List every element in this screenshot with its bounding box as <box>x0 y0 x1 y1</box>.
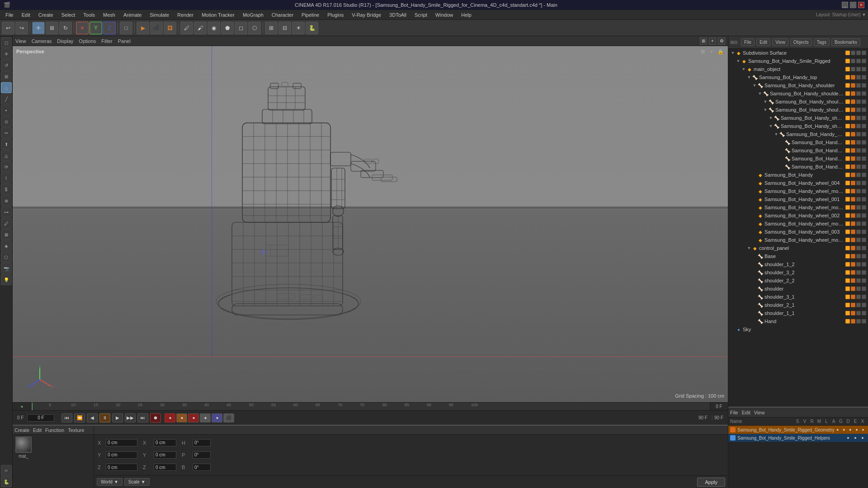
tree-arrow-main-obj[interactable]: ▼ <box>741 66 746 72</box>
scale-tool-button[interactable]: ⊞ <box>46 22 58 34</box>
menu-create[interactable]: Create <box>35 11 57 19</box>
tree-item-shoulder[interactable]: ▼ 🦴 Samsung_Bot_Handy_shoulder <box>728 81 868 89</box>
vp-menu-cameras[interactable]: Cameras <box>32 38 52 44</box>
tool-move[interactable]: ✛ <box>1 48 12 59</box>
rp-file-btn[interactable]: File <box>741 38 755 46</box>
tool-maxon[interactable]: M <box>1 465 12 476</box>
tree-item-wm004[interactable]: ▶ ◆ Samsung_Bot_Handy_wheel_mount_004 <box>728 187 868 195</box>
tree-item-sky[interactable]: ▶ ● Sky <box>728 325 868 333</box>
rp-bookmarks-btn[interactable]: Bookmarks <box>831 38 860 46</box>
render-to-po-button[interactable]: 🖼 <box>164 22 176 34</box>
menu-script[interactable]: Script <box>411 11 431 19</box>
tool-7[interactable]: ⊠ <box>1 229 12 240</box>
tool-scale[interactable]: ⊞ <box>1 71 12 82</box>
light-button[interactable]: ☀ <box>292 22 305 34</box>
menu-simulate[interactable]: Simulate <box>146 11 173 19</box>
tool-magnet[interactable]: ⊶ <box>1 206 12 217</box>
z2-input[interactable] <box>154 464 176 471</box>
tree-item-sh22-ctrl[interactable]: ▶ 🦴 shoulder_2_2 <box>728 277 868 285</box>
snap-button[interactable]: ⊞ <box>265 22 278 34</box>
goto-start-button[interactable]: ⏮ <box>61 413 72 422</box>
render-button[interactable]: ⬛ <box>150 22 163 34</box>
menu-pipeline[interactable]: Pipeline <box>298 11 323 19</box>
tree-arrow-sh-2-2[interactable]: ▼ <box>763 107 768 113</box>
tool-edge[interactable]: ╱ <box>1 94 12 104</box>
tree-item-hand-2-1[interactable]: ▶ 🦴 Samsung_Bot_Handy_hand_2_1 <box>728 138 868 146</box>
vp-menu-options[interactable]: Options <box>79 38 96 44</box>
obj-row-helpers[interactable]: Samsung_Bot_Handy_Smile_Rigged_Helpers ●… <box>728 434 868 442</box>
menu-plugins[interactable]: Plugins <box>324 11 347 19</box>
rp-objects-btn[interactable]: Objects <box>790 38 812 46</box>
close-button[interactable]: ✕ <box>858 2 864 8</box>
tree-item-top[interactable]: ▼ 🦴 Samsung_Bot_Handy_top <box>728 73 868 81</box>
tool-polygon[interactable]: △ <box>1 82 12 93</box>
tool-loop[interactable]: ⟳ <box>1 161 12 172</box>
menu-3dto[interactable]: 3DToAll <box>386 11 410 19</box>
tree-item-wheel002[interactable]: ▶ ◆ Samsung_Bot_Handy_wheel_002 <box>728 211 868 220</box>
tree-arrow-ctrl-panel[interactable]: ▼ <box>746 245 752 251</box>
tool-5[interactable]: $ <box>1 184 12 195</box>
viewport[interactable]: Perspective ⊞ + 🔒 Grid Spacing : 100 cm … <box>13 46 728 402</box>
vp-menu-filter[interactable]: Filter <box>101 38 112 44</box>
tool-python2[interactable]: 🐍 <box>1 476 12 487</box>
z-axis-button[interactable]: Z <box>103 22 116 34</box>
menu-character[interactable]: Character <box>268 11 297 19</box>
tree-item-wheel004[interactable]: ▶ ◆ Samsung_Bot_Handy_wheel_004 <box>728 179 868 187</box>
tree-item-wm002[interactable]: ▶ ◆ Samsung_Bot_Handy_wheel_mount_002 <box>728 220 868 228</box>
step-fwd-button[interactable]: ▶▶ <box>125 413 136 422</box>
menu-window[interactable]: Window <box>432 11 457 19</box>
magnet-button[interactable]: ⬡ <box>248 22 261 34</box>
tree-arrow-sh-3-1[interactable]: ▼ <box>774 131 779 137</box>
world-mode-button[interactable]: World ▼ <box>97 478 123 486</box>
material-item-mat[interactable]: mat_ <box>14 436 33 459</box>
vp-menu-display[interactable]: Display <box>57 38 73 44</box>
tree-item-sh-1-1[interactable]: ▼ 🦴 Samsung_Bot_Handy_shoulder_1_1 <box>728 89 868 98</box>
fill-button[interactable]: ⬟ <box>221 22 234 34</box>
tool-select[interactable]: ◻ <box>1 37 12 48</box>
tool-extrude[interactable]: ⬆ <box>1 139 12 150</box>
tool-6[interactable]: ⊗ <box>1 195 12 206</box>
tool-bevel[interactable]: ◬ <box>1 150 12 161</box>
x2-input[interactable] <box>154 439 176 446</box>
tree-item-sh-ctrl[interactable]: ▶ 🦴 shoulder <box>728 285 868 293</box>
menu-select[interactable]: Select <box>58 11 79 19</box>
tree-arrow-sh-1-1[interactable]: ▼ <box>757 91 763 96</box>
mat-menu-create[interactable]: Create <box>14 427 29 433</box>
apply-button[interactable]: Apply <box>697 478 725 487</box>
scene-tree[interactable]: ▼ ◆ Subdivision Surface ▼ ◆ Samsung_Bot_… <box>728 49 868 407</box>
start-frame-input[interactable]: 0 F <box>27 414 54 422</box>
vp-menu-view[interactable]: View <box>15 38 26 44</box>
x-input[interactable] <box>106 439 137 446</box>
scale-mode-button[interactable]: Scale ▼ <box>124 478 150 486</box>
tree-item-hand-ctrl[interactable]: ▶ 🦴 Hand <box>728 317 868 325</box>
eraser-button[interactable]: ◻ <box>235 22 247 34</box>
mat-menu-function[interactable]: Function <box>45 427 64 433</box>
menu-file[interactable]: File <box>2 11 17 19</box>
vp-maximize-icon[interactable]: + <box>709 38 716 45</box>
prev-key-button[interactable]: ⏪ <box>74 413 85 422</box>
tool-camera[interactable]: 📷 <box>1 263 12 274</box>
tree-item-hand-1-1[interactable]: ▶ 🦴 Samsung_Bot_Handy_hand_1_1 <box>728 155 868 163</box>
menu-vray[interactable]: V-Ray Bridge <box>348 11 385 19</box>
menu-edit[interactable]: Edit <box>18 11 34 19</box>
tree-arrow-top[interactable]: ▼ <box>746 75 752 80</box>
tool-knife[interactable]: ✂ <box>1 127 12 138</box>
tree-item-base[interactable]: ▶ 🦴 Base <box>728 252 868 260</box>
tree-arrow-sh-2-1[interactable]: ▼ <box>768 115 774 121</box>
tree-item-hand-2-2[interactable]: ▶ 🦴 Samsung_Bot_Handy_hand_2_2 <box>728 146 868 155</box>
mat-menu-texture[interactable]: Texture <box>68 427 84 433</box>
menu-mesh[interactable]: Mesh <box>99 11 119 19</box>
render-preview-button[interactable]: ▶ <box>137 22 149 34</box>
tool-light[interactable]: 💡 <box>1 274 12 285</box>
menu-render[interactable]: Render <box>174 11 197 19</box>
tree-item-sh-3-1[interactable]: ▼ 🦴 Samsung_Bot_Handy_shoulder_3_1 <box>728 130 868 138</box>
tree-item-sh-1-2[interactable]: ▼ 🦴 Samsung_Bot_Handy_shoulder_1_2 <box>728 98 868 106</box>
rpl-edit-btn[interactable]: Edit <box>742 410 750 415</box>
tree-item-wheel001[interactable]: ▶ ◆ Samsung_Bot_Handy_wheel_001 <box>728 195 868 203</box>
tree-item-subdiv[interactable]: ▼ ◆ Subdivision Surface <box>728 49 868 57</box>
vp-icon-2[interactable]: + <box>708 48 715 55</box>
vp-icon-lock[interactable]: 🔒 <box>717 48 724 55</box>
rec-pos-button[interactable]: ● <box>165 413 175 422</box>
tree-item-ctrl-panel[interactable]: ▼ ◆ control_panel <box>728 244 868 252</box>
vp-lock-icon[interactable]: ⚙ <box>718 38 725 45</box>
